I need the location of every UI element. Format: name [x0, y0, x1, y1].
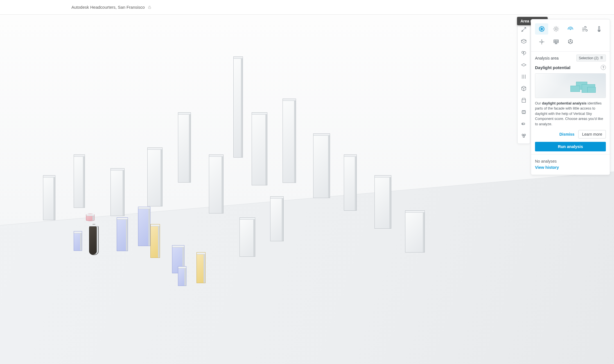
unlock-icon: [148, 5, 152, 9]
extrude-icon[interactable]: [518, 95, 529, 106]
analysis-area-row: Analysis area Selection (2) ⠿: [535, 54, 606, 62]
main-area: Area metrics 👆: [0, 15, 614, 364]
description: Our daylight potential analysis identifi…: [535, 101, 606, 127]
desc-prefix: Our: [535, 101, 542, 105]
tree-icon[interactable]: [518, 47, 529, 59]
building-selected: [86, 214, 94, 221]
surface-icon[interactable]: [518, 59, 529, 70]
building: [405, 210, 425, 252]
project-title-text: Autodesk Headcourters, San Fransisco: [71, 5, 145, 10]
expand-icon: ⠿: [600, 56, 603, 60]
embodied-carbon-icon[interactable]: [564, 36, 577, 47]
project-title[interactable]: Autodesk Headcourters, San Fransisco: [71, 5, 152, 10]
svg-point-13: [541, 41, 543, 43]
analysis-area-label: Analysis area: [535, 56, 559, 60]
dismiss-button[interactable]: Dismiss: [558, 130, 576, 138]
building-selected: [150, 224, 160, 258]
building: [147, 147, 162, 206]
app-header: Autodesk Headcourters, San Fransisco: [0, 0, 614, 15]
building: [74, 154, 85, 208]
no-analyses-text: No analyses: [535, 159, 606, 163]
desc-bold: daylight potential analysis: [542, 101, 587, 105]
svg-point-5: [522, 124, 523, 124]
selection-chip[interactable]: Selection (2) ⠿: [576, 54, 606, 62]
sun-icon[interactable]: [549, 23, 563, 35]
section-title-row: Daylight potential ?: [535, 65, 606, 70]
tool-toolbar: [517, 21, 530, 144]
section-icon[interactable]: [518, 106, 529, 118]
magic-tool-icon[interactable]: [518, 24, 529, 35]
svg-rect-0: [148, 7, 151, 8]
help-icon[interactable]: ?: [601, 65, 606, 70]
tag-icon[interactable]: [518, 118, 529, 129]
divider: [531, 154, 610, 154]
svg-point-11: [570, 29, 571, 30]
building: [43, 175, 55, 220]
svg-rect-3: [522, 111, 526, 113]
section-title: Daylight potential: [535, 65, 570, 70]
analysis-type-grid: [535, 23, 606, 47]
building: [270, 196, 284, 241]
ground-plane: [0, 169, 614, 364]
building: [344, 154, 357, 211]
svg-point-8: [523, 136, 525, 138]
building: [283, 99, 296, 183]
building: [233, 56, 243, 158]
building-selected: [138, 207, 150, 246]
divider: [531, 51, 610, 52]
noise-icon[interactable]: [564, 23, 577, 35]
wind-icon[interactable]: [578, 23, 592, 35]
building-selected: [89, 224, 99, 255]
view-history-link[interactable]: View history: [535, 165, 606, 170]
operational-energy-icon[interactable]: [535, 36, 548, 47]
building: [313, 133, 330, 198]
building: [110, 168, 125, 216]
analysis-panel: Analysis area Selection (2) ⠿ Daylight p…: [531, 19, 610, 175]
svg-point-10: [555, 28, 557, 30]
area-metrics-icon[interactable]: [535, 23, 548, 35]
thermometer-icon[interactable]: [593, 23, 606, 35]
svg-point-6: [522, 134, 524, 136]
solar-panel-icon[interactable]: [549, 36, 563, 47]
cube-icon[interactable]: [518, 83, 529, 94]
group-icon[interactable]: [518, 130, 529, 141]
svg-point-12: [599, 30, 600, 31]
building-selected: [117, 217, 128, 251]
building-selected: [197, 252, 206, 283]
building: [240, 217, 255, 257]
run-analysis-button[interactable]: Run analysis: [535, 142, 606, 151]
info-button-row: Dismiss Learn more: [535, 130, 606, 138]
building-selected: [74, 231, 82, 251]
building: [178, 112, 191, 183]
site-box-icon[interactable]: [518, 36, 529, 47]
building-selected: [178, 266, 186, 286]
selection-chip-text: Selection (2): [579, 56, 599, 60]
svg-point-7: [524, 134, 526, 136]
svg-rect-4: [522, 123, 525, 125]
building: [374, 175, 391, 229]
building: [252, 112, 267, 185]
align-icon[interactable]: [518, 71, 529, 82]
analysis-history: No analyses View history: [535, 159, 606, 170]
learn-more-button[interactable]: Learn more: [578, 130, 606, 138]
preview-thumbnail: [535, 73, 606, 98]
building: [209, 154, 224, 213]
